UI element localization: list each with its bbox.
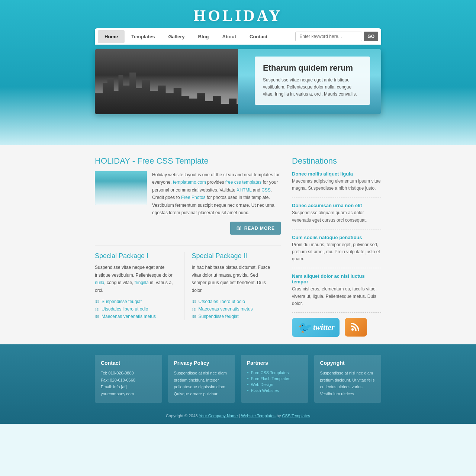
pkg1-link-3[interactable]: ≋ Maecenas venenatis metus	[95, 313, 177, 320]
pkg1-link-2[interactable]: ≋ Utsodales libero ut odio	[95, 305, 177, 313]
article-text: Holiday website layout is one of the cle…	[152, 171, 281, 216]
hero-banner: Etharum quidem rerum Suspendisse vitae n…	[95, 49, 381, 114]
clearfix: READ MORE	[95, 222, 281, 238]
xhtml-link[interactable]: XHTML	[237, 187, 251, 193]
pkg1-icon-1: ≋	[95, 299, 99, 305]
dest-item-4: Nam aliquet dolor ac nisl luctus tempor …	[292, 273, 381, 313]
footer-contact-tel: Tel: 010-020-0880	[101, 370, 156, 377]
hero-overlay: Etharum quidem rerum Suspendisse vitae n…	[255, 57, 370, 105]
footer-copyright-text: Suspendisse at nisi nec diam pretium tin…	[320, 370, 376, 398]
right-col: Destinations Donec mollis aliquet ligula…	[292, 156, 381, 337]
footer-partners-heading: Partners	[247, 360, 302, 366]
pkg1-icon-3: ≋	[95, 313, 99, 319]
nav-bar: Home Templates Gallery Blog About Contac…	[95, 28, 381, 45]
footer-inner: Contact Tel: 010-020-0880 Fax: 020-010-0…	[95, 355, 381, 418]
search-area: GO	[295, 32, 378, 41]
dest-desc-4: Cras nisl eros, elementum eu, iaculis vi…	[292, 286, 381, 307]
footer-col-contact: Contact Tel: 010-020-0880 Fax: 020-010-0…	[95, 355, 162, 403]
footer-contact-heading: Contact	[101, 360, 156, 366]
footer-copyright-heading: Copyright	[320, 360, 376, 366]
pkg1-nulla-link[interactable]: nulla	[95, 280, 104, 285]
search-input[interactable]	[295, 32, 362, 41]
footer-partner-3[interactable]: Web Design	[247, 382, 302, 387]
pkg2-icon-1: ≋	[192, 299, 196, 305]
svg-rect-0	[351, 328, 354, 331]
free-css-link[interactable]: free css templates	[225, 180, 261, 185]
package-2-links: ≋ Utsodales libero ut odio ≋ Maecenas ve…	[192, 298, 274, 320]
footer-col-privacy: Privacy Policy Suspendisse at nisi nec d…	[168, 355, 235, 403]
dest-desc-2: Suspendisse aliquam quam ac dolor venena…	[292, 209, 381, 223]
main-heading: HOLIDAY - Free CSS Template	[95, 156, 281, 166]
footer-col-copyright: Copyright Suspendisse at nisi nec diam p…	[314, 355, 382, 403]
twitter-badge[interactable]: 🐦 twitter	[292, 318, 340, 337]
nav-item-blog[interactable]: Blog	[192, 30, 216, 43]
article-body: Holiday website layout is one of the cle…	[95, 171, 281, 216]
dest-link-1[interactable]: Donec mollis aliquet ligula	[292, 171, 353, 177]
article-thumbnail	[95, 171, 147, 205]
pkg2-link-3[interactable]: ≋ Suspendisse feugiat	[192, 313, 274, 320]
nav-item-home[interactable]: Home	[98, 30, 125, 43]
nav-links: Home Templates Gallery Blog About Contac…	[98, 30, 295, 43]
footer-contact-email: Email: info [at] yourcompany.com	[101, 383, 156, 397]
package-col-2: Special Package II In hac habitasse plat…	[192, 252, 281, 320]
site-title: HOLIDAY	[0, 0, 476, 28]
dest-item-3: Cum sociis natoque penatibus Proin dui m…	[292, 235, 381, 268]
package-2-heading: Special Package II	[192, 252, 274, 260]
pkg2-link-2[interactable]: ≋ Maecenas venenatis metus	[192, 305, 274, 313]
footer-partner-4[interactable]: Flash Websites	[247, 387, 302, 393]
footer-company-link[interactable]: Your Company Name	[199, 414, 238, 418]
footer-partners-links: Free CSS Templates Free Flash Templates …	[247, 370, 302, 393]
dest-item-2: Donec accumsan urna non elit Suspendisse…	[292, 203, 381, 229]
footer-partner-2[interactable]: Free Flash Templates	[247, 376, 302, 382]
footer-website-templates-link[interactable]: Website Templates	[241, 414, 276, 418]
css-link[interactable]: CSS	[261, 187, 271, 193]
footer-css-templates-link[interactable]: CSS Templates	[282, 414, 311, 418]
dest-item-1: Donec mollis aliquet ligula Maecenas adi…	[292, 171, 381, 197]
package-1-text: Suspendisse vitae neque eget ante tristi…	[95, 264, 177, 294]
footer-privacy-heading: Privacy Policy	[174, 360, 229, 366]
footer-privacy-text: Suspendisse at nisi nec diam pretium tin…	[174, 370, 229, 398]
free-photos-link[interactable]: Free Photos	[181, 195, 205, 200]
footer-col-partners: Partners Free CSS Templates Free Flash T…	[241, 355, 308, 403]
footer-cols: Contact Tel: 010-020-0880 Fax: 020-010-0…	[95, 355, 381, 403]
dest-link-3[interactable]: Cum sociis natoque penatibus	[292, 235, 362, 240]
footer-bottom: Copyright © 2048 Your Company Name | Web…	[95, 409, 381, 418]
hero-text: Suspendisse vitae neque eget ante tristi…	[263, 77, 362, 98]
sidebar-heading: Destinations	[292, 156, 381, 166]
dest-desc-1: Maecenas adipiscing elementum ipsum vita…	[292, 178, 381, 192]
main-content: HOLIDAY - Free CSS Template Holiday webs…	[0, 145, 476, 344]
dest-link-4[interactable]: Nam aliquet dolor ac nisl luctus tempor	[292, 273, 365, 284]
social-area: 🐦 twitter	[292, 318, 381, 337]
nav-item-templates[interactable]: Templates	[125, 30, 161, 43]
read-more-button[interactable]: READ MORE	[230, 222, 281, 235]
nav-item-about[interactable]: About	[215, 30, 243, 43]
search-button[interactable]: GO	[364, 32, 378, 41]
dest-link-2[interactable]: Donec accumsan urna non elit	[292, 203, 362, 208]
pkg1-link-1[interactable]: ≋ Suspendisse feugiat	[95, 298, 177, 305]
rss-icon	[351, 321, 361, 334]
hero-title: Etharum quidem rerum	[263, 63, 362, 73]
content-wrapper: HOLIDAY - Free CSS Template Holiday webs…	[95, 156, 381, 337]
nav-item-contact[interactable]: Contact	[243, 30, 274, 43]
twitter-bird-icon: 🐦	[297, 321, 311, 334]
pkg2-link-1[interactable]: ≋ Utsodales libero ut odio	[192, 298, 274, 305]
rss-badge[interactable]	[345, 318, 367, 337]
package-col-1: Special Package I Suspendisse vitae nequ…	[95, 252, 184, 320]
pkg1-icon-2: ≋	[95, 306, 99, 312]
footer-partner-1[interactable]: Free CSS Templates	[247, 370, 302, 376]
pkg2-icon-2: ≋	[192, 306, 196, 312]
pkg1-fringilla-link[interactable]: fringilla	[135, 280, 149, 285]
hero-cityscape	[95, 49, 253, 114]
package-2-text: In hac habitasse platea dictumst. Fusce …	[192, 264, 274, 294]
pkg2-icon-3: ≋	[192, 313, 196, 319]
divider	[95, 245, 281, 245]
templatemo-link[interactable]: templatemo.com	[173, 180, 206, 185]
package-1-links: ≋ Suspendisse feugiat ≋ Utsodales libero…	[95, 298, 177, 320]
packages-row: Special Package I Suspendisse vitae nequ…	[95, 252, 281, 320]
nav-item-gallery[interactable]: Gallery	[161, 30, 191, 43]
footer-contact-fax: Fax: 020-010-0660	[101, 377, 156, 384]
footer: Contact Tel: 010-020-0880 Fax: 020-010-0…	[0, 344, 476, 424]
left-col: HOLIDAY - Free CSS Template Holiday webs…	[95, 156, 281, 337]
dest-desc-3: Proin dui mauris, tempor eget, pulvinar …	[292, 241, 381, 263]
package-1-heading: Special Package I	[95, 252, 177, 260]
